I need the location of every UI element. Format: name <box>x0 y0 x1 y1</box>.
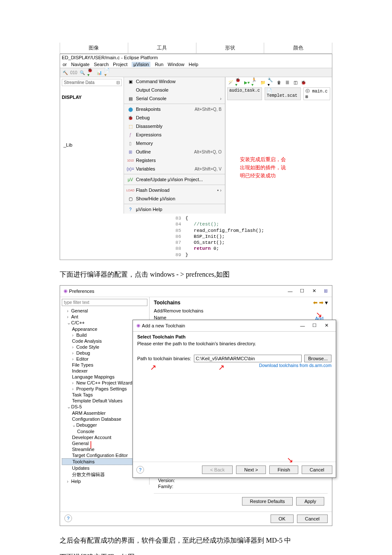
menu-item-output-console[interactable]: Output Console <box>124 86 225 94</box>
filter-input[interactable] <box>62 299 147 306</box>
menu-search[interactable]: Search <box>94 62 109 67</box>
dialog-icon: ◉ <box>136 323 141 328</box>
menu-icon[interactable]: ▾ <box>325 300 328 306</box>
menu-item-outline[interactable]: ⊞OutlineAlt+Shift+Q, O <box>124 147 225 156</box>
list-icon[interactable]: ☰ <box>284 79 291 86</box>
menu-item-disassembly[interactable]: ⬚Disassembly <box>124 122 225 130</box>
next-button[interactable]: Next > <box>236 465 266 474</box>
dialog-help-icon[interactable]: ? <box>136 466 144 474</box>
tree-general[interactable]: ›General <box>62 308 147 314</box>
eclipse-left-panel: Streamline Data⊟ DISPLAY _Lib <box>60 77 124 214</box>
ok-button[interactable]: OK <box>271 515 294 523</box>
menu-item-expressions[interactable]: ƒExpressions <box>124 130 225 139</box>
flash-icon: LOAD <box>127 187 133 193</box>
menu-item-show-hide[interactable]: ▢Show/Hide µVision <box>124 194 225 203</box>
doc-text-2: 之后会有配置成功的界面，软件会重启，至此已经成功添加编译器到 MD-5 中 <box>0 526 392 551</box>
tab-main[interactable]: ⓒ main.c ⊠ <box>303 87 330 100</box>
menu-run[interactable]: Run <box>155 62 163 67</box>
menu-item-uvision-help[interactable]: ?µVision Help <box>124 205 225 214</box>
prefs-title: Preferences <box>69 289 284 294</box>
toggle-icon[interactable]: ◫ <box>292 79 299 86</box>
collapse-icon[interactable]: ⊟ <box>116 80 120 85</box>
menu-item-command-window[interactable]: ▣Command Window <box>124 77 225 86</box>
expr-icon: ƒ <box>127 132 133 138</box>
bug-icon: 🐞 <box>127 115 133 121</box>
download-link[interactable]: Download toolchains from ds.arm.com <box>137 363 331 368</box>
apply-button[interactable]: Apply <box>296 497 324 506</box>
select-path-heading: Select Toolchain Path <box>137 334 331 339</box>
menu-item-flash-download[interactable]: LOADFlash Download• › <box>124 186 225 194</box>
debug-icon[interactable]: 🐞▾ <box>87 69 94 76</box>
add-remove-label: Add/Remove toolchains <box>154 308 328 313</box>
close-button[interactable]: ✕ <box>308 287 320 295</box>
run-icon[interactable]: ▶▾ <box>243 79 250 86</box>
search-icon[interactable]: 🔍 <box>79 69 86 76</box>
ext-run-icon[interactable]: 🏃▾ <box>251 79 258 86</box>
debug-icon[interactable]: 🐞▾ <box>235 79 242 86</box>
dialog-minimize[interactable]: — <box>297 322 308 330</box>
menu-item-debug[interactable]: 🐞Debug <box>124 113 225 122</box>
tab-audio[interactable]: audio_task.c <box>227 87 262 100</box>
back-icon[interactable]: ⬅ <box>313 300 317 306</box>
new-icon[interactable]: 📄▾ <box>104 69 111 76</box>
prefs-icon: ◉ <box>63 288 68 294</box>
top-tab-tool[interactable]: 工具 <box>128 43 196 53</box>
menu-item-create-update[interactable]: µVCreate/Update µVision Project... <box>124 175 225 184</box>
binary-icon[interactable]: 010 <box>70 69 77 76</box>
outline-view-icon[interactable]: ⊞ <box>323 288 329 294</box>
preferences-screenshot: www.bdocx.com ◉ Preferences — ☐ ✕ ⊞ ›Gen… <box>60 285 332 526</box>
window-icon: ▢ <box>127 196 133 202</box>
eclipse-screenshot: ED_DISPLAY/USER/main.c - Eclipse Platfor… <box>60 54 332 260</box>
folder-icon[interactable]: 📁 <box>259 79 266 86</box>
wand-icon[interactable]: 🪄 <box>227 79 234 86</box>
menu-item-serial-console[interactable]: ▤Serial Console› <box>124 94 225 103</box>
prefs-titlebar: ◉ Preferences — ☐ ✕ ⊞ <box>60 286 332 297</box>
prefs-cancel-button[interactable]: Cancel <box>297 515 328 523</box>
top-tab-image[interactable]: 图像 <box>60 43 128 53</box>
restore-defaults-button[interactable]: Restore Defaults <box>242 497 293 506</box>
cancel-button[interactable]: Cancel <box>302 465 332 474</box>
tab-templet[interactable]: 📄 Templet.scat <box>265 87 301 100</box>
debug2-icon[interactable]: 🐞 <box>300 79 307 86</box>
chart-icon[interactable]: 📊 <box>96 69 103 76</box>
tree-lib[interactable]: _Lib <box>62 142 122 147</box>
top-tab-shape[interactable]: 形状 <box>196 43 265 53</box>
menu-item-memory[interactable]: ▯Memory <box>124 139 225 147</box>
fwd-icon[interactable]: ➡ <box>319 300 323 306</box>
disasm-icon: ⬚ <box>127 123 133 129</box>
menu-item-breakpoints[interactable]: ⬤BreakpointsAlt+Shift+Q, B <box>124 105 225 113</box>
dialog-title: Add a new Toolchain <box>142 323 297 328</box>
dialog-close[interactable]: ✕ <box>320 322 332 330</box>
menu-item-variables[interactable]: (x)=VariablesAlt+Shift+Q, V <box>124 165 225 173</box>
tree-display[interactable]: DISPLAY <box>62 95 122 100</box>
tree-ant[interactable]: ›Ant <box>62 314 147 320</box>
path-input[interactable] <box>194 355 302 362</box>
menu-project[interactable]: Project <box>113 62 127 67</box>
tool-icon[interactable]: 🔧▾ <box>268 79 274 86</box>
red-annotation: 安装完成后重启，会 出现如图的插件，说 明已经安装成功 <box>240 156 330 180</box>
path-label: Path to toolchain binaries: <box>137 356 191 361</box>
finish-button[interactable]: Finish <box>269 465 298 474</box>
registers-icon: 1010 <box>127 157 133 163</box>
breakpoint-icon: ⬤ <box>127 106 133 112</box>
menu-window[interactable]: Window <box>168 62 184 67</box>
help-icon: ? <box>127 206 133 212</box>
maximize-button[interactable]: ☐ <box>296 287 308 295</box>
menu-or[interactable]: or <box>63 62 67 67</box>
minimize-button[interactable]: — <box>284 287 296 295</box>
prefs-help-icon[interactable]: ? <box>64 515 72 522</box>
menu-help[interactable]: Help <box>189 62 199 67</box>
tree-help[interactable]: ›Help <box>62 478 147 484</box>
menu-navigate[interactable]: Navigate <box>71 62 89 67</box>
trash-icon[interactable]: 🗑 <box>276 79 282 86</box>
browse-button[interactable]: Browse... <box>304 355 331 362</box>
tree-install-update[interactable]: ›Install/Update <box>62 484 147 485</box>
dialog-maximize[interactable]: ☐ <box>308 322 320 330</box>
hammer-icon[interactable]: 🔨 <box>62 69 69 76</box>
back-button: < Back <box>202 465 233 474</box>
eclipse-menubar: or Navigate Search Project µVision Run W… <box>60 61 332 68</box>
top-tab-color[interactable]: 颜色 <box>264 43 332 53</box>
menu-item-registers[interactable]: 1010Registers <box>124 156 225 165</box>
outline-icon: ⊞ <box>127 149 133 155</box>
menu-uvision[interactable]: µVision <box>132 62 150 67</box>
